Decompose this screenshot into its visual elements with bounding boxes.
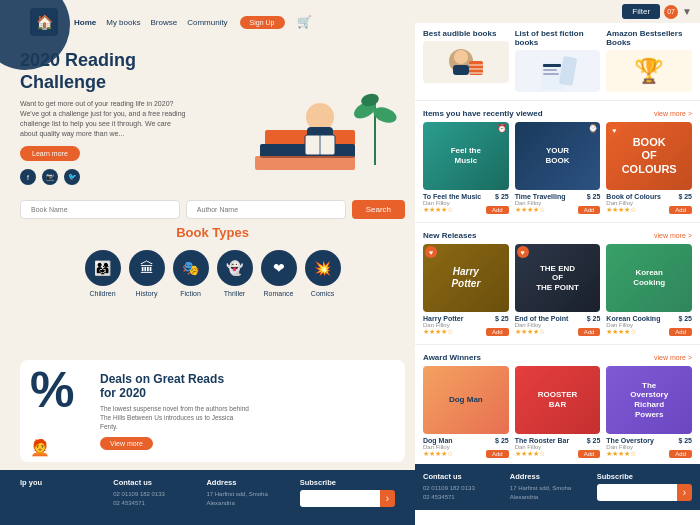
time-travelling-cover-text: YOURBOOK xyxy=(542,142,574,169)
overstory-add-button[interactable]: Add xyxy=(669,450,692,458)
fiction-col: List of best fiction books xyxy=(515,29,601,92)
award-winners-more[interactable]: view more > xyxy=(654,354,692,361)
deals-view-more-button[interactable]: View more xyxy=(100,437,153,450)
type-thriller[interactable]: 👻 Thriller xyxy=(217,250,253,297)
contact-phone1: 02 01109 182 0133 xyxy=(113,490,186,499)
dog-man-stars: ★★★★☆ xyxy=(423,450,453,458)
type-history[interactable]: 🏛 History xyxy=(129,250,165,297)
hero-content: 2020 ReadingChallenge Want to get more o… xyxy=(20,50,190,185)
fiction-illustration xyxy=(533,52,583,90)
top-categories-section: Best audible books List of best fiction … xyxy=(415,23,700,98)
thriller-icon: 👻 xyxy=(217,250,253,286)
book-colours-price: $ 25 xyxy=(678,193,692,200)
overstory-stars: ★★★★☆ xyxy=(606,450,636,458)
facebook-icon[interactable]: f xyxy=(20,169,36,185)
svg-rect-22 xyxy=(558,56,577,86)
footer-content: lp you Contact us 02 01109 182 0133 02 4… xyxy=(0,470,415,516)
recently-viewed-header: Items you have recently viewed view more… xyxy=(423,109,692,118)
right-panel: Filter 07 ▼ Best audible books xyxy=(415,0,700,525)
deals-deco: 🧑‍🦰 xyxy=(30,438,50,457)
history-label: History xyxy=(136,290,158,297)
end-of-point-price: $ 25 xyxy=(587,315,601,322)
harry-heart-icon: ♥ xyxy=(425,246,437,258)
book-colours-cover: ♥ BOOKOFCOLOURS xyxy=(606,122,692,190)
rooster-bar-add-button[interactable]: Add xyxy=(578,450,601,458)
nav-browse[interactable]: Browse xyxy=(150,18,177,27)
learn-more-button[interactable]: Learn more xyxy=(20,146,80,161)
award-winners-header: Award Winners view more > xyxy=(423,353,692,362)
book-colours-add-button[interactable]: Add xyxy=(669,206,692,214)
feel-music-add-button[interactable]: Add xyxy=(486,206,509,214)
nav-links: Home My books Browse Community xyxy=(74,18,228,27)
cart-icon[interactable]: 🛒 xyxy=(297,15,312,29)
footer-right-subscribe: Subscribe › xyxy=(597,472,692,502)
korean-cooking-add-button[interactable]: Add xyxy=(669,328,692,336)
korean-cooking-price: $ 25 xyxy=(678,315,692,322)
contact-title: Contact us xyxy=(113,478,186,487)
logo[interactable]: 🏠 xyxy=(30,8,58,36)
twitter-icon[interactable]: 🐦 xyxy=(64,169,80,185)
dog-man-price: $ 25 xyxy=(495,437,509,444)
nav-mybooks[interactable]: My books xyxy=(106,18,140,27)
award-winners-books: Dog Man Dog Man $ 25 Dan Filloy ★★★★☆ Ad… xyxy=(423,366,692,458)
new-releases-section: New Releases view more > ♥ HarryPotter H… xyxy=(415,225,700,342)
footer-help: lp you xyxy=(20,478,93,508)
book-harry-potter: ♥ HarryPotter Harry Potter $ 25 Dan Fill… xyxy=(423,244,509,336)
filter-count-badge: 07 xyxy=(664,5,678,19)
fiction-icon: 🎭 xyxy=(173,250,209,286)
footer-right-contact: Contact us 02 01109 182 0133 02 4534571 xyxy=(423,472,500,502)
subscribe-input[interactable] xyxy=(300,490,380,507)
dog-man-cover: Dog Man xyxy=(423,366,509,434)
book-dog-man: Dog Man Dog Man $ 25 Dan Filloy ★★★★☆ Ad… xyxy=(423,366,509,458)
dog-man-add-button[interactable]: Add xyxy=(486,450,509,458)
comics-icon: 💥 xyxy=(305,250,341,286)
end-of-point-add-button[interactable]: Add xyxy=(578,328,601,336)
type-children[interactable]: 👨‍👩‍👧 Children xyxy=(85,250,121,297)
book-time-travelling: YOURBOOK ⌚ Time Travelling $ 25 Dan Fill… xyxy=(515,122,601,214)
amazon-col: Amazon Bestsellers Books 🏆 xyxy=(606,29,692,92)
address-line1: 17 Harfirst sdd, Smoha xyxy=(206,490,279,499)
book-colours-title: Book of Colours xyxy=(606,193,660,200)
nav-community[interactable]: Community xyxy=(187,18,227,27)
type-romance[interactable]: ❤ Romance xyxy=(261,250,297,297)
book-types-title: Book Types xyxy=(20,225,405,240)
children-label: Children xyxy=(89,290,115,297)
search-bar: Search xyxy=(20,200,405,219)
fiction-title: List of best fiction books xyxy=(515,29,601,47)
svg-rect-2 xyxy=(255,156,355,170)
signup-button[interactable]: Sign Up xyxy=(240,16,285,29)
dog-man-title: Dog Man xyxy=(423,437,453,444)
time-travelling-add-button[interactable]: Add xyxy=(578,206,601,214)
author-name-input[interactable] xyxy=(186,200,346,219)
harry-potter-add-button[interactable]: Add xyxy=(486,328,509,336)
percent-icon: % xyxy=(30,365,74,415)
footer-right-address-line1: 17 Harfirst sdd, Smoha xyxy=(510,484,587,493)
book-name-input[interactable] xyxy=(20,200,180,219)
watch-icon: ⌚ xyxy=(588,124,598,133)
recently-viewed-more[interactable]: view more > xyxy=(654,110,692,117)
footer-right-phone1: 02 01109 182 0133 xyxy=(423,484,500,493)
address-line2: Alexandria xyxy=(206,499,279,508)
deals-title: Deals on Great Readsfor 2020 xyxy=(100,372,393,400)
svg-point-3 xyxy=(306,103,334,131)
footer-help-text: lp you xyxy=(20,478,93,487)
instagram-icon[interactable]: 📷 xyxy=(42,169,58,185)
footer-right-subscribe-button[interactable]: › xyxy=(677,484,692,501)
type-comics[interactable]: 💥 Comics xyxy=(305,250,341,297)
book-of-colours: ♥ BOOKOFCOLOURS Book of Colours $ 25 Dan… xyxy=(606,122,692,214)
filter-chevron-down-icon[interactable]: ▼ xyxy=(682,6,692,17)
footer-right: Contact us 02 01109 182 0133 02 4534571 … xyxy=(415,464,700,510)
new-releases-more[interactable]: view more > xyxy=(654,232,692,239)
footer-right-subscribe-input[interactable] xyxy=(597,484,677,501)
footer-subscribe: Subscribe › xyxy=(300,478,395,508)
filter-button[interactable]: Filter xyxy=(622,4,660,19)
type-fiction[interactable]: 🎭 Fiction xyxy=(173,250,209,297)
footer-right-address-title: Address xyxy=(510,472,587,481)
subscribe-button[interactable]: › xyxy=(380,490,395,507)
end-of-point-stars: ★★★★☆ xyxy=(515,328,545,336)
nav-home[interactable]: Home xyxy=(74,18,96,27)
book-colours-cover-text: BOOKOFCOLOURS xyxy=(618,132,681,180)
search-button[interactable]: Search xyxy=(352,200,405,219)
best-audible-title: Best audible books xyxy=(423,29,509,38)
time-travelling-cover: YOURBOOK ⌚ xyxy=(515,122,601,190)
